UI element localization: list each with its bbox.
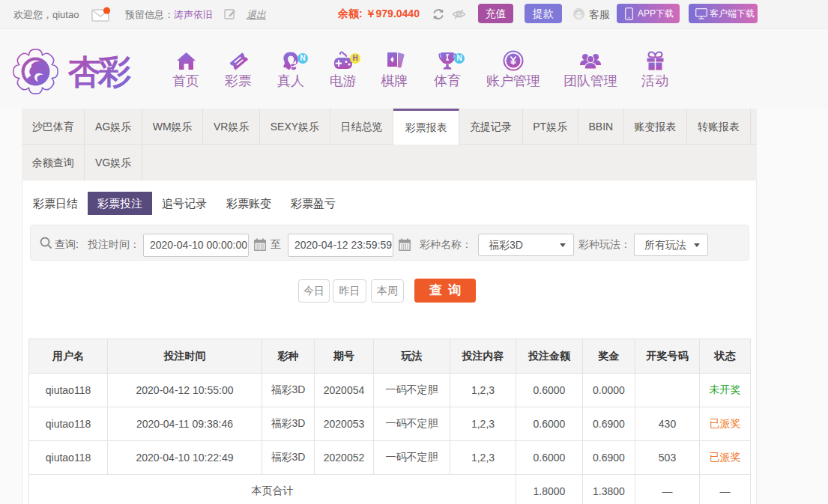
svg-text:杏彩: 杏彩 bbox=[68, 53, 131, 90]
